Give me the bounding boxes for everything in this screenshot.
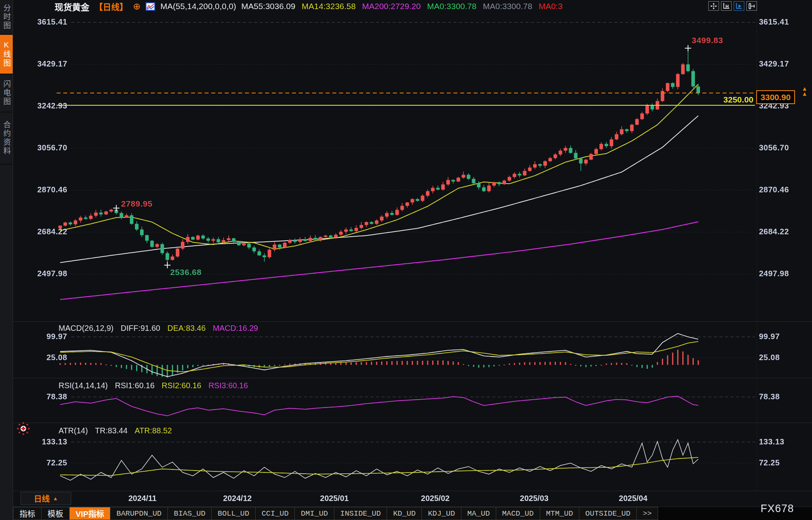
period-selector[interactable]: 日线 ▲ — [21, 492, 71, 505]
toolbar-tab-11[interactable]: KDJ_UD — [422, 507, 461, 520]
axis-label-right: 2497.98 — [759, 269, 806, 278]
annotation-peak-price: 3499.83 — [692, 36, 723, 45]
shift-bar-icon[interactable] — [746, 1, 757, 11]
period-selector-label: 日线 — [34, 493, 50, 504]
axis-label-left: 2684.22 — [22, 227, 67, 236]
ma-value-1: MA55:3036.09 — [241, 2, 296, 11]
axis-label-right: 99.97 — [759, 332, 806, 341]
axis-height-icon[interactable] — [721, 1, 732, 11]
sidebar-tab-4[interactable]: 合约资料 — [0, 112, 13, 165]
axis-label-left: 133.13 — [22, 437, 67, 446]
toolbar-tab-14[interactable]: MTM_UD — [540, 507, 579, 520]
axis-label-left: 25.08 — [22, 353, 67, 362]
watermark: FX678 — [761, 503, 794, 515]
axis-label-left: 3056.70 — [22, 143, 67, 152]
axis-label-right: 3056.70 — [759, 143, 806, 152]
axis-label-right: 72.25 — [759, 458, 806, 467]
toolbar-tab-12[interactable]: MA_UD — [461, 507, 496, 520]
toolbar-more-button[interactable]: >> — [637, 507, 658, 520]
toolbar-tab-10[interactable]: KD_UD — [387, 507, 422, 520]
toolbar-tab-13[interactable]: MACD_UD — [496, 507, 540, 520]
rsi-label-part-1: RSI(14,14,14) — [59, 381, 108, 390]
date-label-2024-11: 2024/11 — [115, 494, 170, 503]
chart-type-icon[interactable] — [146, 2, 155, 11]
rsi-label-row: RSI(14,14,14)RSI1:60.16RSI2:60.16RSI3:60… — [59, 381, 248, 390]
toolbar-tab-6[interactable]: BOLL_UD — [212, 507, 256, 520]
axis-label-right: 25.08 — [759, 353, 806, 362]
macd-label-part-1: MACD(26,12,9) — [59, 324, 114, 333]
date-label-2024-12: 2024/12 — [210, 494, 265, 503]
axis-play-icon[interactable] — [734, 1, 744, 11]
annotation-swing-low: 2536.68 — [170, 268, 201, 277]
macd-label-row: MACD(26,12,9)DIFF:91.60DEA:83.46MACD:16.… — [59, 324, 258, 333]
chart-canvas[interactable] — [0, 0, 812, 520]
date-label-2025-01: 2025/01 — [307, 494, 362, 503]
ma-value-5: MA0:3300.78 — [483, 2, 532, 11]
price-level-label: 3250.00 — [707, 95, 753, 104]
indicator-toolbar: 指标模板VIP指标BARUPDN_UDBIAS_UDBOLL_UDCCI_UDD… — [13, 507, 812, 520]
macd-label-part-3: DEA:83.46 — [167, 324, 206, 333]
axis-label-left: 72.25 — [22, 458, 67, 467]
toolbar-tab-15[interactable]: OUTSIDE_UD — [579, 507, 637, 520]
sidebar-tab-1[interactable]: 分时图 — [0, 0, 13, 35]
macd-label-part-4: MACD:16.29 — [213, 324, 258, 333]
ma-value-6: MA0:3 — [539, 2, 563, 11]
layout-grid-icon[interactable] — [708, 1, 719, 11]
rsi-label-part-4: RSI3:60.16 — [209, 381, 248, 390]
trading-app: 分时图K线图闪电图合约资料 现货黄金 【日线】 ⊕ MA(55,14,200,0… — [0, 0, 812, 520]
toolbar-tab-7[interactable]: CCI_UD — [256, 507, 295, 520]
axis-label-left: 2497.98 — [22, 269, 67, 278]
toolbar-tab-2[interactable]: 模板 — [42, 507, 70, 520]
chart-header: 现货黄金 【日线】 ⊕ MA(55,14,200,0,0,0) MA55:303… — [55, 1, 563, 11]
ma-value-3: MA200:2729.20 — [362, 2, 421, 11]
rsi-label-part-3: RSI2:60.16 — [162, 381, 201, 390]
current-price-badge: 3300.90 — [756, 90, 795, 104]
price-marker-arrows-icon: ▲▲ — [802, 86, 808, 96]
sidebar: 分时图K线图闪电图合约资料 — [0, 0, 13, 520]
annotation-swing-high: 2789.95 — [121, 199, 152, 209]
period-selector-arrow-icon: ▲ — [53, 495, 58, 501]
axis-label-right: 2870.46 — [759, 185, 806, 194]
date-label-2025-04: 2025/04 — [605, 494, 661, 503]
toolbar-tab-9[interactable]: INSIDE_UD — [334, 507, 387, 520]
axis-label-left: 78.38 — [22, 392, 67, 401]
ma-value-2: MA14:3236.58 — [302, 2, 356, 11]
toolbar-tab-1[interactable]: 指标 — [13, 507, 42, 520]
axis-label-right: 3429.17 — [759, 59, 806, 68]
atr-label-part-1: ATR(14) — [59, 426, 88, 435]
add-indicator-icon[interactable]: ⊕ — [133, 2, 140, 11]
toolbar-tab-3[interactable]: VIP指标 — [70, 507, 110, 520]
axis-label-left: 3242.93 — [22, 101, 67, 110]
ma-formula: MA(55,14,200,0,0,0) — [160, 2, 236, 11]
chart-toolbar-icons — [708, 1, 757, 11]
event-marker-icon[interactable] — [17, 422, 30, 437]
date-label-2025-02: 2025/02 — [408, 494, 463, 503]
macd-label-part-2: DIFF:91.60 — [121, 324, 160, 333]
axis-label-right: 2684.22 — [759, 227, 806, 236]
rsi-label-part-2: RSI1:60.16 — [115, 381, 155, 390]
ma-values: MA55:3036.09MA14:3236.58MA200:2729.20MA0… — [241, 2, 563, 11]
toolbar-tab-4[interactable]: BARUPDN_UD — [110, 507, 168, 520]
axis-label-left: 3615.41 — [22, 17, 67, 27]
axis-label-left: 2870.46 — [22, 185, 67, 194]
axis-label-right: 133.13 — [759, 437, 806, 446]
axis-label-left: 3429.17 — [22, 59, 67, 68]
toolbar-tab-8[interactable]: DMI_UD — [295, 507, 334, 520]
ma-value-4: MA0:3300.78 — [427, 2, 476, 11]
axis-label-right: 3615.41 — [759, 17, 806, 27]
toolbar-tab-5[interactable]: BIAS_UD — [168, 507, 212, 520]
period-tag[interactable]: 【日线】 — [95, 0, 128, 12]
axis-label-right: 78.38 — [759, 392, 806, 401]
date-label-2025-03: 2025/03 — [507, 494, 562, 503]
sidebar-tab-3[interactable]: 闪电图 — [0, 74, 13, 112]
atr-label-row: ATR(14)TR:83.44ATR:88.52 — [59, 426, 172, 435]
atr-label-part-2: TR:83.44 — [95, 426, 127, 435]
symbol-title: 现货黄金 — [55, 0, 89, 13]
sidebar-tab-2[interactable]: K线图 — [0, 35, 13, 74]
axis-label-left: 99.97 — [22, 332, 67, 341]
atr-label-part-3: ATR:88.52 — [135, 426, 172, 435]
